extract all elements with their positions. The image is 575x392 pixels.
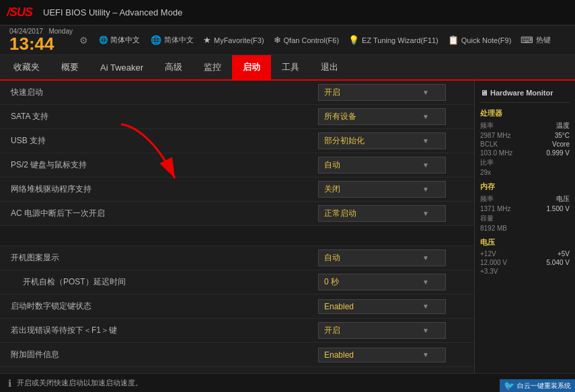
dropdown-value-addon-info: Enabled <box>324 350 354 360</box>
top-action-bar: 🌐简体中文★MyFavorite(F3)❄Qfan Control(F6)💡EZ… <box>151 35 551 45</box>
hw-value-voltage-0: +5V <box>558 250 570 258</box>
dropdown-addon-info[interactable]: Enabled▼ <box>318 348 446 362</box>
dropdown-numlock[interactable]: Enabled▼ <box>318 299 446 314</box>
dropdown-post-delay[interactable]: 0 秒▼ <box>318 274 446 290</box>
settings-row-post-delay: 开机自检（POST）延迟时间0 秒▼ <box>0 270 474 295</box>
hw-row-voltage-1: 12.000 V 5.040 V <box>480 259 570 266</box>
setting-label-numlock: 启动时数字锁定键状态 <box>8 301 318 312</box>
hw-label-cpu-5: 29x <box>480 169 491 176</box>
hw-row-cpu-1: 2987 MHz 35°C <box>480 132 570 139</box>
myfav-icon: ★ <box>203 35 211 45</box>
nav-item-exit[interactable]: 退出 <box>310 55 349 79</box>
dropdown-value-ps2-support: 自动 <box>324 159 340 171</box>
time-display: 13:44 <box>9 35 73 52</box>
hw-row-memory-1: 1371 MHz 1.500 V <box>480 205 570 212</box>
setting-value-numlock: Enabled▼ <box>318 299 466 314</box>
chevron-down-icon: ▼ <box>422 278 429 286</box>
status-text: 开启或关闭快速启动以加速启动速度。 <box>17 378 143 388</box>
dropdown-ac-power[interactable]: 正常启动▼ <box>318 205 446 222</box>
hw-label-voltage-1: 12.000 V <box>480 259 507 266</box>
nav-item-tools[interactable]: 工具 <box>271 55 310 79</box>
settings-row-numlock: 启动时数字锁定键状态Enabled▼ <box>0 295 474 319</box>
setting-value-network-support: 关闭▼ <box>318 181 466 198</box>
dropdown-network-support[interactable]: 关闭▼ <box>318 181 446 198</box>
top-action-eztuning[interactable]: 💡EZ Tuning Wizard(F11) <box>348 35 438 45</box>
monitor-icon: 🖥 <box>480 89 488 97</box>
hw-label-memory-1: 1371 MHz <box>480 205 511 212</box>
nav-item-aitweaker[interactable]: Ai Tweaker <box>89 55 154 79</box>
hw-value-cpu-2: Vcore <box>552 141 570 148</box>
top-action-quicknote[interactable]: 📋Quick Note(F9) <box>448 35 512 45</box>
setting-label-fast-boot: 快速启动 <box>8 87 318 98</box>
top-action-lang[interactable]: 🌐简体中文 <box>151 35 194 45</box>
hw-label-cpu-0: 频率 <box>480 121 494 130</box>
hw-row-memory-0: 频率 电压 <box>480 194 570 204</box>
hw-row-cpu-2: BCLK Vcore <box>480 141 570 148</box>
hw-row-cpu-3: 103.0 MHz 0.999 V <box>480 149 570 157</box>
settings-row-boot-logo: 开机图案显示自动▼ <box>0 246 474 270</box>
chevron-down-icon: ▼ <box>422 137 429 145</box>
chevron-down-icon: ▼ <box>422 303 429 310</box>
hw-value-memory-0: 电压 <box>556 194 570 204</box>
hw-value-memory-1: 1.500 V <box>547 205 570 212</box>
hw-value-cpu-3: 0.999 V <box>547 149 570 157</box>
dropdown-f1-error[interactable]: 开启▼ <box>318 322 446 339</box>
setting-value-ps2-support: 自动▼ <box>318 157 466 173</box>
settings-group1: 快速启动开启▼SATA 支持所有设备▼USB 支持部分初始化▼PS/2 键盘与鼠… <box>0 81 474 226</box>
lang-button[interactable]: 🌐 简体中文 <box>99 35 140 45</box>
setting-value-usb-support: 部分初始化▼ <box>318 132 466 149</box>
hw-label-memory-0: 频率 <box>480 194 494 204</box>
nav-bar: 收藏夹概要Ai Tweaker高级监控启动工具退出 <box>0 55 575 81</box>
bios-title: UEFI BIOS Utility – Advanced Mode <box>43 7 558 17</box>
datetime-bar: 04/24/2017 Monday 13:44 ⚙ 🌐 简体中文 🌐简体中文★M… <box>0 26 575 55</box>
settings-row-f1-error: 若出现错误等待按下＜F1＞键开启▼ <box>0 319 474 343</box>
gear-icon[interactable]: ⚙ <box>79 35 88 46</box>
nav-item-advanced[interactable]: 高级 <box>154 55 193 79</box>
nav-item-collect[interactable]: 收藏夹 <box>3 55 50 79</box>
top-action-hotkey[interactable]: ⌨热键 <box>521 35 551 45</box>
content-area: 快速启动开启▼SATA 支持所有设备▼USB 支持部分初始化▼PS/2 键盘与鼠… <box>0 81 474 373</box>
section-divider <box>0 226 474 246</box>
dropdown-sata-support[interactable]: 所有设备▼ <box>318 108 446 125</box>
dropdown-usb-support[interactable]: 部分初始化▼ <box>318 132 446 149</box>
dropdown-value-ac-power: 正常启动 <box>324 208 356 219</box>
chevron-down-icon: ▼ <box>422 327 429 334</box>
setting-value-ac-power: 正常启动▼ <box>318 205 466 222</box>
hw-row-voltage-0: +12V +5V <box>480 250 570 258</box>
hw-value-voltage-1: 5.040 V <box>547 259 570 266</box>
setting-label-boot-logo: 开机图案显示 <box>8 252 318 264</box>
hw-label-cpu-1: 2987 MHz <box>480 132 511 139</box>
main-layout: 快速启动开启▼SATA 支持所有设备▼USB 支持部分初始化▼PS/2 键盘与鼠… <box>0 81 575 373</box>
setting-value-post-delay: 0 秒▼ <box>318 274 466 290</box>
settings-row-sata-support: SATA 支持所有设备▼ <box>0 105 474 129</box>
setting-label-ps2-support: PS/2 键盘与鼠标支持 <box>8 159 318 171</box>
nav-item-overview[interactable]: 概要 <box>50 55 89 79</box>
top-action-qfan[interactable]: ❄Qfan Control(F6) <box>274 35 340 45</box>
dropdown-ps2-support[interactable]: 自动▼ <box>318 157 446 173</box>
hw-section-cpu: 处理器 <box>480 108 570 118</box>
chevron-down-icon: ▼ <box>422 161 429 169</box>
hw-label-voltage-0: +12V <box>480 250 496 258</box>
hw-row-memory-2: 容量 <box>480 214 570 223</box>
nav-item-boot[interactable]: 启动 <box>232 55 271 79</box>
setting-value-boot-logo: 自动▼ <box>318 249 466 266</box>
twitter-icon: 🐦 <box>504 381 514 391</box>
settings-row-ac-power: AC 电源中断后下一次开启正常启动▼ <box>0 202 474 226</box>
hw-section-memory: 内存 <box>480 182 570 192</box>
chevron-down-icon: ▼ <box>422 113 429 120</box>
setting-label-addon-info: 附加固件信息 <box>8 349 318 360</box>
dropdown-boot-logo[interactable]: 自动▼ <box>318 249 446 266</box>
hw-label-cpu-4: 比率 <box>480 158 494 167</box>
top-action-myfav[interactable]: ★MyFavorite(F3) <box>203 35 264 45</box>
qfan-icon: ❄ <box>274 35 281 45</box>
settings-row-fast-boot: 快速启动开启▼ <box>0 81 474 105</box>
chevron-down-icon: ▼ <box>422 351 429 358</box>
setting-value-fast-boot: 开启▼ <box>318 84 466 101</box>
info-icon: ℹ <box>8 378 11 389</box>
hw-row-cpu-4: 比率 <box>480 158 570 167</box>
hw-value-cpu-0: 温度 <box>556 121 570 130</box>
setting-label-f1-error: 若出现错误等待按下＜F1＞键 <box>8 325 318 336</box>
dropdown-value-usb-support: 部分初始化 <box>324 135 365 147</box>
dropdown-fast-boot[interactable]: 开启▼ <box>318 84 446 101</box>
nav-item-monitor[interactable]: 监控 <box>193 55 232 79</box>
